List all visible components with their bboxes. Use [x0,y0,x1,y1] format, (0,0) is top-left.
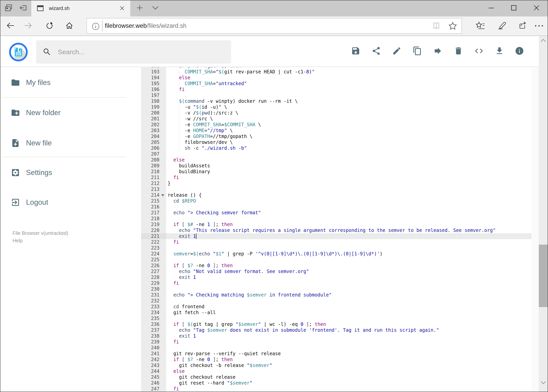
sidebar-help-link[interactable]: Help [13,238,22,244]
line-number: 226 [151,263,160,268]
move-button[interactable] [432,45,444,57]
tab-preview-button[interactable] [1,0,16,16]
favorites-hub-button[interactable] [472,16,489,35]
line-number: 197 [151,92,160,98]
line-number: 213 [151,186,160,192]
folder-icon [11,78,20,87]
code-line: buildAssets [168,163,210,169]
new-tab-button[interactable] [132,0,147,16]
tab-close-button[interactable] [119,6,125,12]
code-line: git checkout release [168,374,236,380]
edit-icon [392,46,402,56]
code-line: exit 1 [168,333,196,339]
line-number: 225 [151,257,160,263]
sidebar-item-settings[interactable]: Settings [0,163,129,182]
line-number: 222 [151,239,160,245]
scrollbar-thumb[interactable] [539,245,548,307]
code-line: else [168,75,190,81]
tab-list-button[interactable] [148,0,163,16]
copy-button[interactable] [411,45,423,57]
forward-button[interactable] [19,16,37,35]
code-line: fi [168,339,179,345]
sidebar-item-label: Settings [26,168,52,177]
fold-toggle-icon[interactable] [161,194,164,196]
browser-tab[interactable]: wizard.sh [31,0,130,16]
scroll-down-button[interactable] [539,378,548,387]
tabs-set-aside-button[interactable] [16,0,30,16]
web-note-button[interactable] [493,16,511,35]
close-icon [534,5,539,12]
line-number: 227 [151,268,160,274]
more-options-icon [534,24,543,28]
page-icon [36,4,44,13]
code-line: else [168,157,185,163]
page-scrollbar[interactable] [539,36,548,392]
refresh-button[interactable] [41,16,58,35]
home-button[interactable] [61,16,78,35]
source-code-button[interactable] [473,45,485,57]
code-line: git checkout -b release "$semver" [168,363,272,368]
favorites-hub-icon [476,21,485,31]
sidebar-item-my-files[interactable]: My files [0,73,129,92]
share-button[interactable] [370,45,382,57]
code-line: release () { [168,192,201,198]
editor-gutter: 1921931941951961971981992002012022032042… [141,67,166,392]
line-number: 245 [151,374,160,380]
line-number: 232 [151,298,160,304]
favorite-star-icon[interactable] [448,21,457,31]
active-line-highlight [166,233,531,239]
sidebar-item-new-folder[interactable]: New folder [0,103,129,122]
share-page-button[interactable] [514,16,532,35]
code-editor[interactable]: if [ -d ".git" ]; then COMMIT_SHA="$(git… [166,67,531,392]
line-number: 240 [151,345,160,351]
line-number: 235 [151,315,160,321]
line-number: 203 [151,128,160,133]
code-line: fi [168,280,179,286]
code-line: COMMIT_SHA="$(git rev-parse HEAD | cut -… [168,69,315,75]
filebrowser-logo[interactable] [9,43,28,62]
sidebar-item-new-file[interactable]: New file [0,134,129,153]
save-button[interactable] [350,45,361,57]
line-number: 196 [151,86,160,92]
line-number: 200 [151,110,160,116]
minimize-button[interactable] [484,0,499,16]
back-arrow-icon [6,21,15,30]
info-button[interactable] [513,45,525,57]
sidebar-item-label: Logout [26,198,48,206]
forward-arrow-icon [24,21,32,30]
code-line: if [ $# -ne 1 ]; then [168,222,233,227]
line-number: 210 [151,169,160,175]
navigation-bar: filebrowser.web/files/wizard.sh [0,16,548,36]
line-number: 241 [151,351,160,357]
delete-button[interactable] [452,45,464,57]
download-button[interactable] [494,45,505,57]
delete-icon [454,46,463,56]
site-info-icon[interactable] [91,22,100,31]
share-page-icon [518,21,527,31]
rename-button[interactable] [391,45,403,57]
code-line: buildBinary [168,169,210,175]
reading-list-icon[interactable] [432,22,440,31]
maximize-button[interactable] [506,0,521,16]
scroll-up-button[interactable] [539,36,548,45]
close-window-button[interactable] [529,0,544,16]
line-number: 199 [151,104,160,110]
new-folder-icon [11,108,20,117]
code-icon [474,46,484,56]
search-bar[interactable]: Search... [36,40,231,64]
more-options-button[interactable] [531,16,548,35]
sidebar-version-link[interactable]: File Browser v(untracked) [13,230,68,236]
tab-preview-icon [4,3,13,13]
line-number: 218 [151,216,160,222]
address-bar[interactable]: filebrowser.web/files/wizard.sh [86,18,462,34]
code-line: echo "Not valid semver format. See semve… [168,268,309,274]
code-line: git reset --hard "$semver" [168,380,253,386]
sidebar-item-logout[interactable]: Logout [0,193,129,212]
new-file-icon [11,138,20,148]
sidebar-item-label: New file [26,139,52,147]
code-line: echo "> Checking semver format" [168,210,261,216]
back-button[interactable] [1,16,19,35]
url-path: /files/wizard.sh [147,22,187,29]
url-host: filebrowser.web [105,22,147,29]
sidebar-item-label: New folder [26,109,61,117]
